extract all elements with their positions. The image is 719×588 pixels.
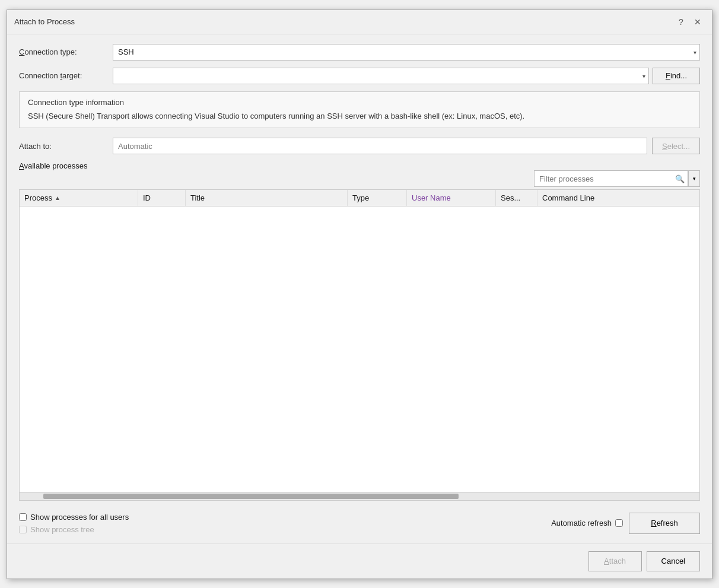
available-processes-section: Available processes 🔍 ▾ Process ▲ xyxy=(19,161,700,501)
attach-to-input[interactable] xyxy=(113,138,647,154)
connection-type-select-wrapper: SSH Default (Windows native) Remote (Win… xyxy=(113,44,700,61)
connection-target-label: Connection target: xyxy=(19,71,108,80)
connection-target-control: demo@172.20.60.6 ▾ Find... xyxy=(113,68,700,84)
info-box-text: SSH (Secure Shell) Transport allows conn… xyxy=(28,110,691,122)
attach-to-process-dialog: Attach to Process ? ✕ Connection type: S… xyxy=(7,9,712,579)
connection-target-row: Connection target: demo@172.20.60.6 ▾ Fi… xyxy=(19,68,700,84)
column-username-label: User Name xyxy=(412,193,451,202)
column-header-commandline[interactable]: Command Line xyxy=(537,190,699,206)
filter-wrapper: 🔍 xyxy=(534,170,688,187)
auto-refresh-label[interactable]: Automatic refresh xyxy=(551,519,623,527)
scrollbar-thumb xyxy=(43,494,459,499)
column-header-id[interactable]: ID xyxy=(138,190,186,206)
process-table: Process ▲ ID Title Type User Name xyxy=(19,189,700,501)
column-type-label: Type xyxy=(352,193,369,202)
connection-type-row: Connection type: SSH Default (Windows na… xyxy=(19,44,700,61)
title-bar: Attach to Process ? ✕ xyxy=(7,10,712,34)
cancel-button[interactable]: Cancel xyxy=(647,551,700,571)
connection-type-select[interactable]: SSH Default (Windows native) Remote (Win… xyxy=(113,44,700,61)
column-session-label: Ses... xyxy=(501,193,520,202)
dialog-footer: Attach Cancel xyxy=(7,543,712,579)
checkboxes-col: Show processes for all users Show proces… xyxy=(19,513,129,534)
sort-ascending-icon: ▲ xyxy=(55,195,61,201)
dialog-title: Attach to Process xyxy=(14,17,75,26)
show-all-users-checkbox[interactable] xyxy=(19,513,27,521)
show-all-users-label: Show processes for all users xyxy=(30,513,129,522)
refresh-button[interactable]: Refresh xyxy=(629,513,700,534)
bottom-controls: Show processes for all users Show proces… xyxy=(19,513,700,534)
column-header-session[interactable]: Ses... xyxy=(496,190,537,206)
auto-refresh-checkbox[interactable] xyxy=(615,519,623,527)
column-commandline-label: Command Line xyxy=(542,193,594,202)
column-header-process[interactable]: Process ▲ xyxy=(20,190,138,206)
table-body xyxy=(20,206,699,492)
show-all-users-row[interactable]: Show processes for all users xyxy=(19,513,129,522)
show-process-tree-label: Show process tree xyxy=(30,525,94,534)
table-header: Process ▲ ID Title Type User Name xyxy=(20,190,699,206)
filter-row: 🔍 ▾ xyxy=(19,170,700,187)
column-process-label: Process xyxy=(24,193,52,202)
title-bar-controls: ? ✕ xyxy=(674,15,705,29)
column-title-label: Title xyxy=(190,193,205,202)
connection-target-input[interactable]: demo@172.20.60.6 xyxy=(113,68,649,84)
column-header-username[interactable]: User Name xyxy=(407,190,496,206)
find-button[interactable]: Find... xyxy=(653,68,700,84)
refresh-controls: Automatic refresh Refresh xyxy=(551,513,700,534)
column-header-type[interactable]: Type xyxy=(348,190,407,206)
attach-to-label: Attach to: xyxy=(19,142,108,151)
connection-target-combo: demo@172.20.60.6 ▾ xyxy=(113,68,649,84)
close-button[interactable]: ✕ xyxy=(691,15,705,29)
connection-type-control: SSH Default (Windows native) Remote (Win… xyxy=(113,44,700,61)
attach-to-row: Attach to: Select... xyxy=(19,138,700,154)
column-header-title[interactable]: Title xyxy=(186,190,348,206)
column-id-label: ID xyxy=(143,193,151,202)
horizontal-scrollbar[interactable] xyxy=(20,492,699,500)
select-button[interactable]: Select... xyxy=(652,138,700,154)
help-button[interactable]: ? xyxy=(674,15,688,29)
filter-dropdown-button[interactable]: ▾ xyxy=(688,170,700,187)
filter-processes-input[interactable] xyxy=(534,170,688,187)
attach-button[interactable]: Attach xyxy=(588,551,642,571)
connection-type-label: Connection type: xyxy=(19,47,108,56)
show-process-tree-checkbox[interactable] xyxy=(19,526,27,533)
show-process-tree-row: Show process tree xyxy=(19,525,129,534)
info-box-title: Connection type information xyxy=(28,98,691,107)
available-processes-label: Available processes xyxy=(19,161,700,170)
info-box: Connection type information SSH (Secure … xyxy=(19,91,700,129)
auto-refresh-text: Automatic refresh xyxy=(551,519,612,527)
dialog-content: Connection type: SSH Default (Windows na… xyxy=(7,34,712,543)
